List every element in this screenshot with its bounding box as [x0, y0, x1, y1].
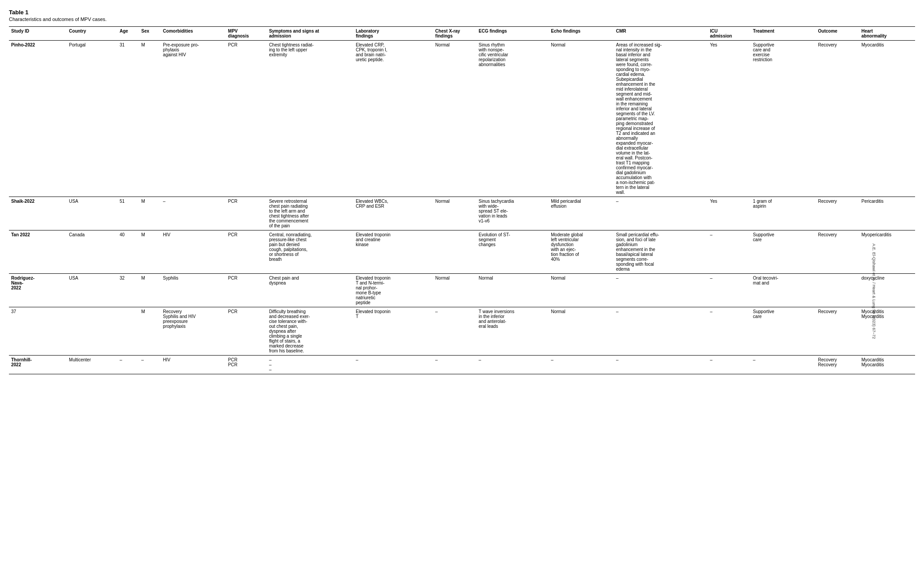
table-title: Table 1 — [9, 9, 915, 16]
table-row: Thornhill- 2022Multicenter––HIVPCR PCR– … — [9, 356, 915, 374]
table-subtitle: Characteristics and outcomes of MPV case… — [9, 17, 915, 22]
table-row: Tan 2022Canada40MHIVPCRCentral, nonradia… — [9, 230, 915, 274]
table-row: Shaik-2022USA51M–PCRSevere retrosternal … — [9, 197, 915, 230]
table-row: Rodriguez- Nava- 2022USA32MSyphilisPCRCh… — [9, 274, 915, 307]
main-table: Study IDCountryAgeSexComorbiditiesMPV di… — [9, 26, 915, 374]
side-note: A.E. El-Qishawi et al. / Heart & Lung 59… — [872, 243, 876, 339]
table-row: Pinho-2022Portugal31MPre-exposure pro- p… — [9, 41, 915, 197]
table-row: 37MRecovery Syphilis and HIV preexposure… — [9, 307, 915, 356]
